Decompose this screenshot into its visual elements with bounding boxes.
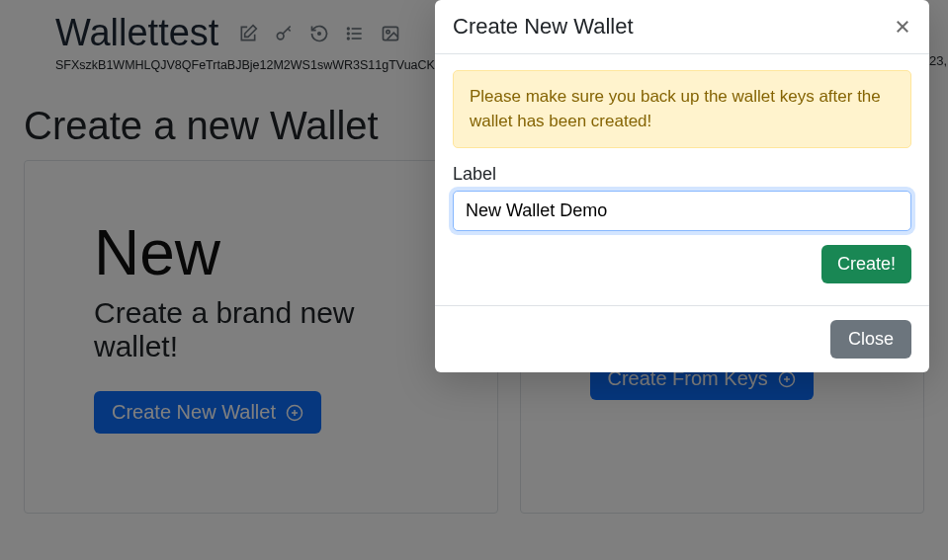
create-button[interactable]: Create!	[821, 245, 911, 283]
modal-title: Create New Wallet	[453, 14, 634, 40]
close-icon[interactable]	[894, 18, 911, 36]
modal-footer: Close	[435, 305, 929, 372]
modal-header: Create New Wallet	[435, 0, 929, 54]
create-wallet-modal: Create New Wallet Please make sure you b…	[435, 0, 929, 372]
wallet-label-input[interactable]	[453, 191, 911, 231]
backup-warning-alert: Please make sure you back up the wallet …	[453, 70, 911, 148]
close-button[interactable]: Close	[830, 320, 911, 359]
modal-body: Please make sure you back up the wallet …	[435, 54, 929, 305]
label-field-label: Label	[453, 164, 911, 185]
